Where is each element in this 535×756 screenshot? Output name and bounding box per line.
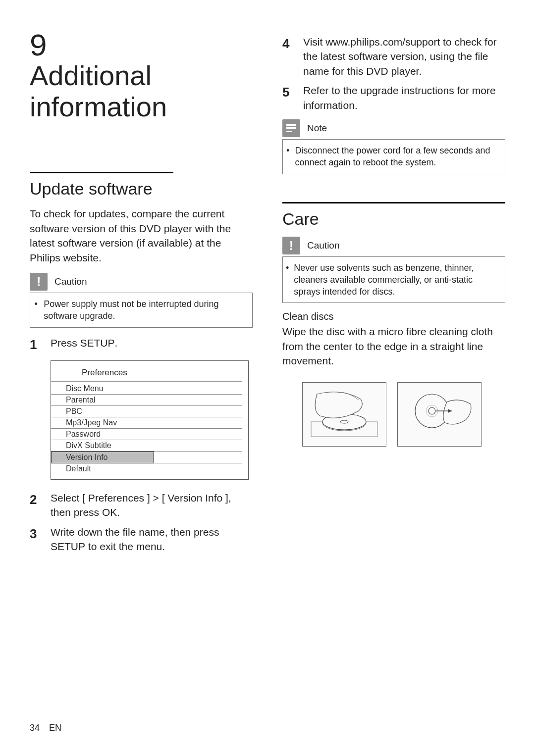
menu-row: Parental — [51, 395, 242, 406]
menu-row: Mp3/Jpeg Nav — [51, 417, 242, 429]
caution-text: Never use solvents such as benzene, thin… — [294, 262, 498, 298]
section-title-care: Care — [282, 209, 505, 229]
menu-item-value — [154, 440, 242, 452]
step-5: 5 Refer to the upgrade instructions for … — [282, 83, 505, 112]
caution-label: Caution — [307, 240, 340, 251]
step-number: 2 — [30, 491, 42, 520]
chapter-title: Additional information — [30, 60, 253, 122]
menu-item-label: Mp3/Jpeg Nav — [51, 417, 154, 429]
step-4: 4 Visit www.philips.com/support to check… — [282, 35, 505, 78]
menu-row: Default — [51, 463, 242, 474]
intro-text: To check for updates, compare the curren… — [30, 206, 253, 265]
caution-label: Caution — [54, 276, 87, 287]
menu-item-value — [154, 406, 242, 417]
menu-item-value — [154, 395, 242, 406]
page-number: 34 — [30, 723, 40, 733]
menu-item-value — [154, 383, 242, 395]
caution-box-update: ! Caution •Power supply must not be inte… — [30, 273, 253, 328]
step-number: 3 — [30, 525, 42, 554]
menu-item-value — [154, 417, 242, 429]
disc-wipe-illustration — [397, 382, 482, 447]
chapter-number: 9 — [30, 30, 47, 60]
caution-icon: ! — [282, 237, 300, 254]
preferences-menu: Preferences Disc MenuParentalPBCMp3/Jpeg… — [51, 360, 249, 480]
note-icon — [282, 119, 300, 137]
menu-item-label: Disc Menu — [51, 383, 154, 395]
clean-discs-heading: Clean discs — [282, 311, 505, 322]
menu-row: PBC — [51, 406, 242, 417]
menu-item-label: Default — [51, 463, 154, 474]
page-footer: 34 EN — [30, 723, 61, 733]
clean-discs-text: Wipe the disc with a micro fibre cleanin… — [282, 324, 505, 368]
menu-divider — [51, 381, 242, 382]
menu-item-label: Parental — [51, 395, 154, 406]
menu-row: Password — [51, 429, 242, 440]
note-label: Note — [307, 123, 327, 134]
illustrations — [282, 382, 505, 447]
menu-row: Disc Menu — [51, 383, 242, 395]
menu-header: Preferences — [51, 368, 242, 381]
section-title-update: Update software — [30, 179, 253, 199]
step-1: 1 Press SETUP. — [30, 336, 253, 353]
step-number: 4 — [282, 35, 294, 78]
note-box: Note •Disconnect the power cord for a fe… — [282, 119, 505, 174]
note-text: Disconnect the power cord for a few seco… — [295, 145, 498, 169]
menu-item-value — [154, 429, 242, 440]
step-2: 2 Select [ Preferences ] > [ Version Inf… — [30, 491, 253, 520]
menu-item-label: DivX Subtitle — [51, 440, 154, 452]
section-rule — [30, 172, 173, 173]
svg-point-5 — [428, 407, 435, 414]
menu-row: Version Info — [51, 452, 242, 463]
caution-box-care: ! Caution •Never use solvents such as be… — [282, 237, 505, 303]
language-code: EN — [49, 723, 61, 733]
menu-item-label: PBC — [51, 406, 154, 417]
menu-item-value — [154, 463, 242, 474]
section-rule — [282, 202, 505, 203]
step-number: 1 — [30, 336, 42, 353]
step-number: 5 — [282, 83, 294, 112]
menu-item-label: Password — [51, 429, 154, 440]
caution-text: Power supply must not be interrupted dur… — [44, 298, 245, 322]
caution-icon: ! — [30, 273, 48, 291]
menu-item-label: Version Info — [51, 452, 154, 463]
chapter-heading: 9 Additional information — [30, 30, 253, 122]
disc-tray-illustration — [302, 382, 386, 447]
menu-item-value — [154, 452, 242, 463]
menu-row: DivX Subtitle — [51, 440, 242, 452]
step-3: 3 Write down the file name, then press S… — [30, 525, 253, 554]
